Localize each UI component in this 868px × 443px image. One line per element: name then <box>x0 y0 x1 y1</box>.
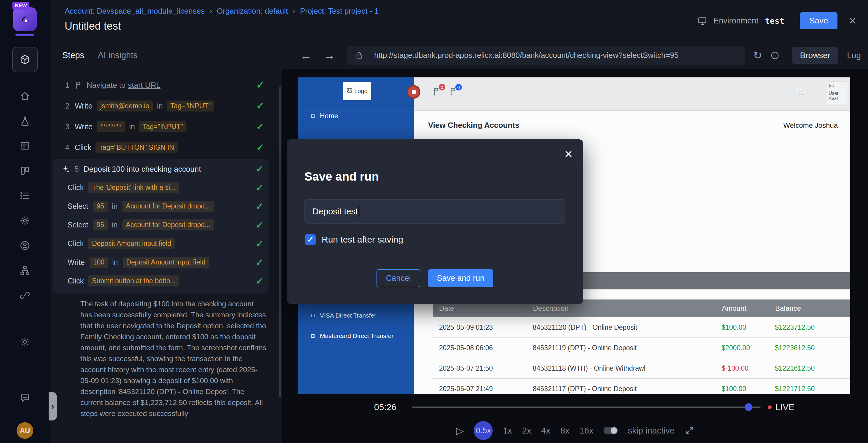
value-chip[interactable]: ******** <box>97 121 125 132</box>
kanban-icon <box>20 166 30 176</box>
cell-description: 845321120 (DPT) - Online Deposit <box>527 324 716 331</box>
sidebar-item-board[interactable] <box>19 165 31 176</box>
record-stop-button[interactable] <box>407 85 421 99</box>
speed-option-1x[interactable]: 1x <box>503 426 512 436</box>
info-icon[interactable] <box>771 51 779 60</box>
cell-date: 2025-05-07 21:49 <box>433 385 527 393</box>
table-row[interactable]: 2025-05-08 06:06 845321119 (DPT) - Onlin… <box>433 338 850 358</box>
steps-scrollbar[interactable] <box>279 87 281 397</box>
table-row[interactable]: 2025-05-07 21:50 845321118 (WTH) - Onlin… <box>433 358 850 379</box>
substep-row[interactable]: Click Submit button at the botto... ✓ <box>57 272 264 290</box>
speed-option-4x[interactable]: 4x <box>541 426 551 436</box>
live-label[interactable]: LIVE <box>775 402 795 412</box>
environment-value[interactable]: test <box>765 16 784 26</box>
value-chip[interactable]: 95 <box>93 201 107 212</box>
tab-steps[interactable]: Steps <box>62 51 84 60</box>
sidebar-item-tests[interactable] <box>12 47 38 72</box>
target-chip[interactable]: The 'Deposit' link with a si... <box>88 182 179 193</box>
value-chip[interactable]: 95 <box>93 219 107 230</box>
step-number: 5 <box>75 165 79 174</box>
value-chip[interactable]: 100 <box>90 257 108 268</box>
sidebar-item-support-chat[interactable] <box>19 392 31 404</box>
step-row-navigate[interactable]: 1 Navigate to start URL ✓ <box>50 76 282 94</box>
modal-close-icon[interactable]: × <box>564 147 572 161</box>
start-url-link[interactable]: start URL <box>128 81 161 90</box>
bank-flag-notification[interactable]: 0 <box>449 87 459 100</box>
step-row-click-signin[interactable]: 4 Click Tag="BUTTON" SIGN IN ✓ <box>50 139 282 156</box>
target-chip[interactable]: Tag="INPUT" <box>139 121 186 132</box>
step-verb: Write <box>68 258 85 267</box>
breadcrumb-organization[interactable]: Organization: default <box>217 6 288 16</box>
steps-tabs: Steps AI insights <box>50 41 282 69</box>
sidebar-item-lab[interactable] <box>19 115 31 127</box>
cancel-button[interactable]: Cancel <box>376 269 421 287</box>
forward-icon[interactable]: → <box>324 50 336 61</box>
scrubber-thumb[interactable] <box>745 403 752 411</box>
speed-option-8x[interactable]: 8x <box>560 426 569 436</box>
bank-heading-row: View Checking Accounts Welcome Joshua <box>414 111 850 140</box>
tab-browser[interactable]: Browser <box>793 47 838 64</box>
sidebar-item-users[interactable] <box>19 240 31 251</box>
sidebar-item-suites[interactable] <box>19 140 31 151</box>
save-and-run-button[interactable]: Save and run <box>428 269 494 287</box>
panel-collapse-handle[interactable]: › <box>49 392 57 420</box>
breadcrumb-account[interactable]: Account: Devspace_all_module_licenses <box>65 6 205 16</box>
target-chip[interactable]: Submit button at the botto... <box>88 275 179 287</box>
chat-icon <box>20 392 30 403</box>
substep-row[interactable]: Write 100 in Deposit Amount input field … <box>57 253 264 272</box>
value-chip[interactable]: jsmith@demo.io <box>97 100 153 112</box>
test-name-input[interactable]: Deposit test <box>305 199 565 224</box>
sidebar-item-preferences[interactable] <box>19 336 31 348</box>
sidebar-item-settings[interactable] <box>19 215 31 226</box>
substep-row[interactable]: Select 95 in Account for Deposit dropd..… <box>57 215 264 234</box>
url-bar[interactable]: http://stage.dbank.prod-apps.relicx.ai:8… <box>347 46 745 65</box>
lock-icon <box>355 51 364 60</box>
tab-ai-insights[interactable]: AI insights <box>98 51 137 60</box>
target-chip[interactable]: Account for Deposit dropd... <box>122 201 214 212</box>
refresh-icon[interactable]: ↻ <box>753 50 762 61</box>
checkbox-checked-icon[interactable] <box>305 234 316 245</box>
sidebar-item-flows[interactable] <box>19 265 31 276</box>
table-row[interactable]: 2025-05-09 01:23 845321120 (DPT) - Onlin… <box>433 317 850 338</box>
speed-option-16x[interactable]: 16x <box>580 426 593 436</box>
run-after-saving-option[interactable]: Run test after saving <box>305 234 403 245</box>
timeline-scrubber[interactable] <box>412 407 761 408</box>
target-chip[interactable]: Deposit Amount input field <box>123 257 209 268</box>
play-icon[interactable]: ▷ <box>456 425 464 436</box>
bank-nav-home[interactable]: Home <box>311 112 338 120</box>
bank-user-avatar-broken-image[interactable]: User Avat <box>827 82 847 104</box>
save-button[interactable]: Save <box>800 12 838 29</box>
table-row[interactable]: 2025-05-07 21:49 845321117 (DPT) - Onlin… <box>433 379 850 394</box>
app-logo[interactable] <box>13 7 37 31</box>
user-avatar[interactable]: AU <box>17 422 33 439</box>
target-chip[interactable]: Tag="INPUT" <box>167 100 214 112</box>
success-check-icon: ✓ <box>255 257 264 268</box>
target-chip[interactable]: Deposit Amount input field <box>88 238 175 249</box>
bullet-icon <box>311 334 314 338</box>
target-chip[interactable]: Account for Deposit dropd... <box>122 219 214 230</box>
bank-nav-visa-transfer[interactable]: VISA Direct Transfer <box>311 312 376 319</box>
speed-option-2x[interactable]: 2x <box>522 426 531 436</box>
substep-row[interactable]: Click Deposit Amount input field ✓ <box>57 234 264 253</box>
close-icon[interactable]: × <box>849 14 856 27</box>
cell-balance: $1221612.50 <box>769 364 850 373</box>
expand-icon[interactable] <box>685 426 694 435</box>
step-row-write-password[interactable]: 3 Write ******** in Tag="INPUT" ✓ <box>50 118 282 136</box>
target-chip[interactable]: Tag="BUTTON" SIGN IN <box>95 142 178 153</box>
bank-nav-mastercard-transfer[interactable]: Mastercard Direct Transfer <box>311 332 394 339</box>
substep-row[interactable]: Select 95 in Account for Deposit dropd..… <box>57 197 264 215</box>
speed-option-0-5x[interactable]: 0.5x <box>474 421 493 440</box>
sidebar-item-integrations[interactable] <box>19 290 31 301</box>
bank-flag-notification[interactable]: 0 <box>432 87 442 100</box>
back-icon[interactable]: ← <box>300 50 312 61</box>
tab-log[interactable]: Log <box>847 51 861 60</box>
breadcrumb-project[interactable]: Project: Test project - 1 <box>300 6 378 16</box>
step-row-write-email[interactable]: 2 Write jsmith@demo.io in Tag="INPUT" ✓ <box>50 97 282 115</box>
skip-inactive-toggle[interactable] <box>603 427 618 434</box>
broken-image-icon <box>829 83 835 90</box>
sidebar-item-runs[interactable] <box>19 190 31 201</box>
step-group-header[interactable]: 5 Deposit 100 into checking account ✓ <box>57 160 264 178</box>
bank-square-icon[interactable] <box>798 89 804 95</box>
substep-row[interactable]: Click The 'Deposit' link with a si... ✓ <box>57 178 264 197</box>
sidebar-item-home[interactable] <box>19 90 31 102</box>
